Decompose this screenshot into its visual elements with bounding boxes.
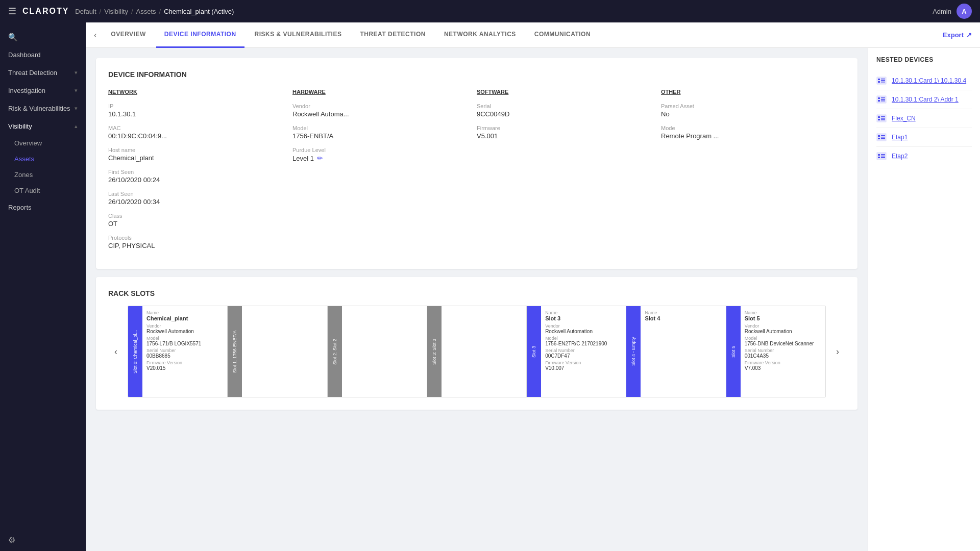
export-button[interactable]: Export ↗ (943, 31, 972, 39)
svg-rect-4 (881, 80, 885, 81)
app-logo: CLAROTY (22, 7, 69, 16)
sidebar-item-reports[interactable]: Reports (0, 198, 86, 216)
field-purdue-level: Purdue Level Level 1 ✏ (292, 147, 467, 162)
rack-slot-content-0: Name Chemical_plant Vendor Rockwell Auto… (142, 306, 227, 397)
rack-slot-1: Slot 1: 1756-ENBT/A (228, 306, 327, 397)
rack-slot-bar-2: Slot 2: Slot 2 (328, 306, 342, 397)
sidebar-item-overview[interactable]: Overview (0, 135, 86, 151)
right-panel: NESTED DEVICES 10.1.30.1:Card 1\ 10.1.30… (868, 48, 980, 551)
edit-purdue-icon[interactable]: ✏ (317, 154, 323, 162)
svg-rect-5 (881, 82, 885, 83)
sidebar-item-ot-audit[interactable]: OT Audit (0, 183, 86, 198)
rack-slot-content-3 (442, 306, 526, 397)
svg-rect-8 (878, 100, 880, 102)
chevron-down-icon: ▾ (75, 87, 78, 94)
svg-rect-19 (878, 135, 880, 137)
back-button[interactable]: ‹ (94, 31, 96, 40)
chevron-down-icon: ▾ (75, 105, 78, 112)
avatar[interactable]: A (957, 4, 972, 19)
breadcrumb: Default / Visibility / Assets / Chemical… (75, 8, 234, 15)
sidebar-item-dashboard[interactable]: Dashboard (0, 46, 86, 64)
breadcrumb-default[interactable]: Default (75, 8, 96, 15)
nested-devices-title: NESTED DEVICES (876, 56, 972, 63)
layout: 🔍 Dashboard Threat Detection ▾ Investiga… (0, 22, 980, 551)
sidebar-item-risk[interactable]: Risk & Vulnerabilities ▾ (0, 99, 86, 117)
breadcrumb-active: Chemical_plant (Active) (164, 8, 234, 15)
svg-rect-20 (878, 138, 880, 139)
svg-rect-22 (881, 137, 885, 138)
field-mode: Mode Remote Program ... (661, 125, 835, 140)
svg-rect-28 (881, 156, 885, 157)
svg-rect-13 (878, 116, 880, 118)
svg-rect-26 (878, 157, 880, 158)
sidebar-item-visibility[interactable]: Visibility ▴ (0, 117, 86, 135)
nested-device-link-4[interactable]: Etap2 (892, 153, 908, 160)
rack-next-button[interactable]: › (830, 344, 845, 359)
sidebar-bottom: ⚙ (0, 529, 86, 551)
sidebar-item-assets[interactable]: Assets (0, 151, 86, 167)
nested-item-nd2[interactable]: 10.1.30.1:Card 2\ Addr 1 (876, 90, 972, 109)
field-firmware: Firmware V5.001 (477, 125, 651, 140)
tab-risks-vulnerabilities[interactable]: RISKS & VULNERABILITIES (247, 22, 350, 48)
nested-device-link-2[interactable]: Flex_CN (892, 115, 916, 122)
rack-container: Slot 0: Chemical_pl... Name Chemical_pla… (128, 306, 826, 397)
search-icon[interactable]: 🔍 (8, 33, 18, 41)
sidebar: 🔍 Dashboard Threat Detection ▾ Investiga… (0, 22, 86, 551)
svg-rect-25 (878, 154, 880, 156)
svg-rect-29 (881, 157, 885, 158)
nested-item-nd3[interactable]: Flex_CN (876, 109, 972, 128)
tab-network-analytics[interactable]: NETWORK ANALYTICS (436, 22, 524, 48)
device-icon (876, 94, 887, 105)
breadcrumb-assets[interactable]: Assets (136, 8, 156, 15)
device-info-title: DEVICE INFORMATION (108, 70, 845, 79)
rack-slot-bar-5: Slot 4 - Empty (626, 306, 641, 397)
field-first-seen: First Seen 26/10/2020 00:24 (108, 169, 282, 184)
settings-icon[interactable]: ⚙ (8, 536, 15, 544)
rack-slot-bar-1: Slot 1: 1756-ENBT/A (228, 306, 242, 397)
device-icon (876, 76, 887, 86)
sidebar-item-investigation[interactable]: Investigation ▾ (0, 82, 86, 99)
software-col: SOFTWARE Serial 9CC0049D Firmware V5.001 (477, 89, 661, 257)
svg-rect-21 (881, 135, 885, 136)
top-nav: ☰ CLAROTY Default / Visibility / Assets … (0, 0, 980, 22)
main-scroll: DEVICE INFORMATION NETWORK IP 10.1.30.1 … (86, 48, 868, 551)
hardware-col: HARDWARE Vendor Rockwell Automa... Model… (292, 89, 477, 257)
rack-carousel: ‹ Slot 0: Chemical_pl... Name Chemical_p… (108, 306, 845, 397)
svg-rect-15 (881, 116, 885, 117)
other-col-header: OTHER (661, 89, 835, 95)
top-nav-right: Admin A (933, 4, 972, 19)
admin-name: Admin (933, 8, 951, 15)
rack-slot-bar-0: Slot 0: Chemical_pl... (128, 306, 142, 397)
device-info-grid: NETWORK IP 10.1.30.1 MAC 00:1D:9C:C0:04:… (108, 89, 845, 257)
nested-devices-list: 10.1.30.1:Card 1\ 10.1.30.4 10.1.30.1:Ca… (876, 71, 972, 165)
rack-slot-content-1 (242, 306, 327, 397)
rack-prev-button[interactable]: ‹ (108, 344, 124, 359)
nested-device-link-3[interactable]: Etap1 (892, 134, 908, 141)
field-model: Model 1756-ENBT/A (292, 125, 467, 140)
sidebar-item-threat-detection[interactable]: Threat Detection ▾ (0, 64, 86, 82)
rack-slot-6: Slot 5 Name Slot 5 Vendor Rockwell Autom… (726, 306, 825, 397)
svg-rect-2 (878, 81, 880, 83)
breadcrumb-visibility[interactable]: Visibility (104, 8, 128, 15)
sidebar-item-zones[interactable]: Zones (0, 167, 86, 183)
rack-slots-title: RACK SLOTS (108, 289, 845, 297)
nested-item-nd1[interactable]: 10.1.30.1:Card 1\ 10.1.30.4 (876, 71, 972, 90)
nested-device-link-1[interactable]: 10.1.30.1:Card 2\ Addr 1 (892, 96, 959, 103)
nested-item-nd4[interactable]: Etap1 (876, 128, 972, 147)
software-col-header: SOFTWARE (477, 89, 651, 95)
nested-item-nd5[interactable]: Etap2 (876, 147, 972, 165)
rack-slots-card: RACK SLOTS ‹ Slot 0: Chemical_pl... Name… (96, 277, 857, 410)
hamburger-icon[interactable]: ☰ (8, 6, 16, 17)
rack-slot-4: Slot 3 Name Slot 3 Vendor Rockwell Autom… (527, 306, 626, 397)
network-col-header: NETWORK (108, 89, 282, 95)
field-protocols: Protocols CIP, PHYSICAL (108, 235, 282, 249)
nested-device-link-0[interactable]: 10.1.30.1:Card 1\ 10.1.30.4 (892, 77, 966, 84)
svg-rect-11 (881, 101, 885, 102)
rack-slot-2: Slot 2: Slot 2 (328, 306, 427, 397)
tab-device-information[interactable]: DEVICE INFORMATION (156, 22, 244, 48)
svg-rect-7 (878, 97, 880, 99)
tab-threat-detection[interactable]: THREAT DETECTION (352, 22, 433, 48)
svg-rect-27 (881, 154, 885, 155)
tab-overview[interactable]: OVERVIEW (103, 22, 154, 48)
tab-communication[interactable]: COMMUNICATION (526, 22, 599, 48)
